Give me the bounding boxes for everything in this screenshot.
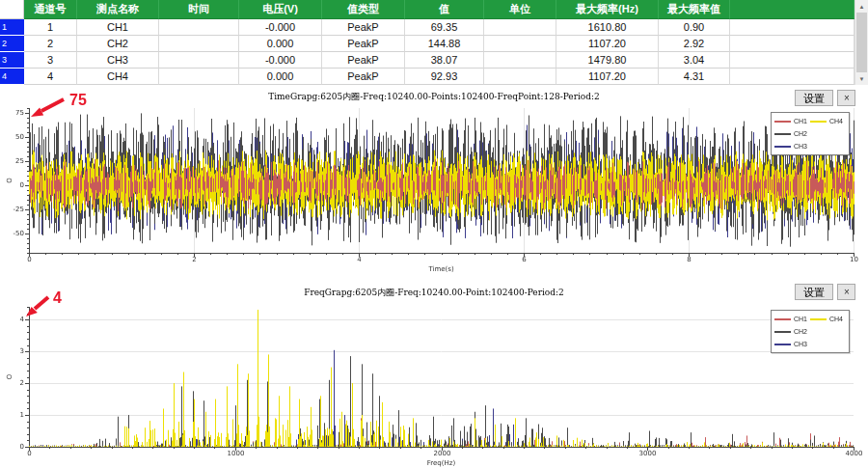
- table-cell: [159, 19, 239, 36]
- time-chart-canvas: [0, 87, 868, 276]
- table-cell: PeakP: [322, 52, 405, 69]
- column-header[interactable]: 通道号: [24, 0, 77, 19]
- time-close-button[interactable]: ×: [837, 90, 855, 106]
- column-header[interactable]: 最大频率值: [659, 0, 730, 19]
- column-header[interactable]: 值: [405, 0, 484, 19]
- table-cell: 1610.80: [556, 19, 659, 36]
- table-cell: PeakP: [322, 36, 405, 52]
- column-header[interactable]: 值类型: [322, 0, 405, 19]
- freq-settings-button[interactable]: 设置: [795, 284, 833, 300]
- legend-item: CH3: [774, 140, 810, 152]
- table-cell: [730, 52, 854, 69]
- time-chart-title: TimeGrapg:6205内圈-Freq:10240.00-Points:10…: [0, 91, 868, 103]
- legend-label: CH3: [794, 341, 807, 347]
- column-header[interactable]: [730, 0, 854, 19]
- table-cell: [484, 69, 556, 85]
- table-row[interactable]: 22CH20.000PeakP144.881107.202.92: [0, 36, 854, 52]
- table-cell: 92.93: [405, 69, 484, 85]
- table-cell: [159, 69, 239, 85]
- column-header[interactable]: 测点名称: [77, 0, 159, 19]
- legend-item: CH2: [774, 325, 810, 338]
- table-cell: [484, 19, 556, 36]
- legend-label: CH1: [794, 118, 807, 124]
- legend-line-icon: [774, 146, 791, 148]
- scroll-down-icon[interactable]: ▼: [855, 72, 868, 85]
- legend-line-icon: [810, 318, 827, 320]
- column-header[interactable]: 最大频率(Hz): [556, 0, 659, 19]
- table-cell: [730, 19, 854, 36]
- time-chart-panel: TimeGrapg:6205内圈-Freq:10240.00-Points:10…: [0, 87, 868, 276]
- table-cell: 144.88: [405, 36, 484, 52]
- table-cell: CH2: [77, 36, 159, 52]
- legend-line-icon: [774, 331, 791, 333]
- scrollbar-thumb[interactable]: [856, 13, 867, 72]
- measurement-app-window: 通道号测点名称时间电压(V)值类型值单位最大频率(Hz)最大频率值 11CH1-…: [0, 0, 868, 468]
- scroll-up-icon[interactable]: ▲: [855, 0, 868, 13]
- legend-label: CH2: [794, 130, 807, 137]
- legend-item: CH4: [810, 313, 846, 325]
- table-cell: CH3: [77, 52, 159, 69]
- legend-line-icon: [774, 318, 791, 320]
- table-cell: PeakP: [322, 69, 405, 85]
- table-cell: 0.000: [239, 69, 322, 85]
- legend-item: CH4: [810, 115, 846, 127]
- table-cell: 38.07: [405, 52, 484, 69]
- table-cell: [484, 52, 556, 69]
- legend-line-icon: [774, 344, 791, 345]
- table-cell: 1107.20: [556, 36, 659, 52]
- table-cell: 3: [24, 52, 77, 69]
- table-cell: [484, 36, 556, 52]
- legend-line-icon: [810, 121, 827, 123]
- channel-table-grid: 通道号测点名称时间电压(V)值类型值单位最大频率(Hz)最大频率值 11CH1-…: [0, 0, 854, 85]
- table-cell: 3.04: [659, 52, 730, 69]
- table-cell: CH1: [77, 19, 159, 36]
- table-cell: [730, 36, 854, 52]
- table-cell: 2: [24, 36, 77, 52]
- legend-label: CH4: [829, 118, 843, 124]
- table-cell: 2.92: [659, 36, 730, 52]
- legend-item: CH2: [774, 127, 810, 140]
- row-header[interactable]: 3: [0, 52, 24, 69]
- freq-chart-canvas: [0, 278, 868, 468]
- legend-item: CH1: [774, 313, 810, 325]
- legend-label: CH3: [794, 143, 807, 150]
- column-header[interactable]: 单位: [484, 0, 556, 19]
- channel-table-body: 11CH1-0.000PeakP69.351610.800.9022CH20.0…: [0, 19, 854, 85]
- table-cell: 1479.80: [556, 52, 659, 69]
- table-vertical-scrollbar[interactable]: ▲ ▼: [854, 0, 868, 85]
- table-cell: 0.90: [659, 19, 730, 36]
- freq-chart-legend: CH1CH2CH3CH4: [771, 310, 850, 353]
- table-row[interactable]: 11CH1-0.000PeakP69.351610.800.90: [0, 19, 854, 36]
- freq-close-button[interactable]: ×: [837, 284, 855, 300]
- time-chart-legend: CH1CH2CH3CH4: [771, 112, 850, 155]
- legend-line-icon: [774, 121, 791, 123]
- table-cell: -0.000: [239, 19, 322, 36]
- legend-item: CH1: [774, 115, 810, 127]
- row-header[interactable]: 4: [0, 69, 24, 85]
- table-cell: 1: [24, 19, 77, 36]
- table-cell: 4: [24, 69, 77, 85]
- table-cell: -0.000: [239, 52, 322, 69]
- table-corner-cell: [0, 0, 24, 19]
- row-header[interactable]: 1: [0, 19, 24, 36]
- table-row[interactable]: 44CH40.000PeakP92.931107.204.31: [0, 69, 854, 85]
- table-cell: [159, 52, 239, 69]
- table-row[interactable]: 33CH3-0.000PeakP38.071479.803.04: [0, 52, 854, 69]
- channel-table-header-row: 通道号测点名称时间电压(V)值类型值单位最大频率(Hz)最大频率值: [0, 0, 854, 19]
- table-cell: 1107.20: [556, 69, 659, 85]
- table-cell: [730, 69, 854, 85]
- legend-label: CH1: [794, 316, 807, 322]
- row-header[interactable]: 2: [0, 36, 24, 52]
- legend-line-icon: [774, 133, 791, 135]
- legend-item: CH3: [774, 338, 810, 350]
- time-settings-button[interactable]: 设置: [795, 90, 833, 106]
- freq-chart-title: FreqGrapg:6205内圈-Freq:10240.00-Point:102…: [0, 287, 868, 299]
- table-cell: CH4: [77, 69, 159, 85]
- table-cell: PeakP: [322, 19, 405, 36]
- legend-label: CH4: [829, 316, 843, 322]
- legend-label: CH2: [794, 328, 807, 335]
- column-header[interactable]: 电压(V): [239, 0, 322, 19]
- column-header[interactable]: 时间: [159, 0, 239, 19]
- table-cell: 69.35: [405, 19, 484, 36]
- freq-chart-panel: FreqGrapg:6205内圈-Freq:10240.00-Point:102…: [0, 278, 868, 468]
